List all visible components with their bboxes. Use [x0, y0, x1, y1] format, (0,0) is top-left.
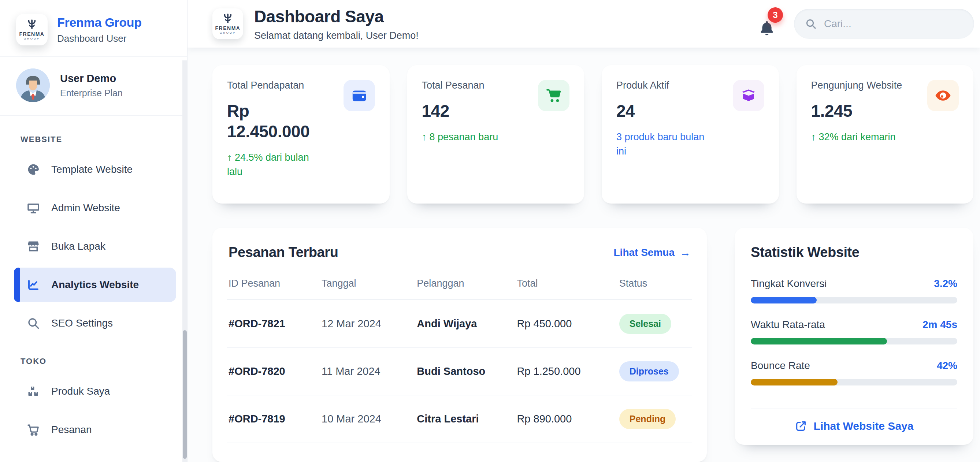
sidebar-item-analytics-website[interactable]: Analytics Website — [14, 268, 176, 302]
progress-track — [751, 338, 957, 345]
order-row[interactable]: #ORD-7820 11 Mar 2024 Budi Santoso Rp 1.… — [227, 348, 692, 395]
chart-line-icon — [26, 278, 40, 292]
status-badge: Pending — [619, 409, 676, 429]
column-header-customer[interactable]: Pelanggan — [415, 273, 515, 300]
search-icon — [805, 18, 817, 30]
order-id-cell: #ORD-7820 — [227, 348, 320, 395]
view-website-link[interactable]: Lihat Website Saya — [795, 420, 914, 432]
column-header-status[interactable]: Status — [618, 273, 692, 300]
logo-submark: GROUP — [24, 37, 40, 41]
sidebar-item-seo-settings[interactable]: SEO Settings — [14, 306, 176, 340]
sidebar-item-admin-website[interactable]: Admin Website — [14, 191, 176, 225]
stat-card-produk: Produk Aktif 24 3 produk baru bulan ini — [602, 65, 779, 203]
nav-section-toko: TOKO — [21, 357, 176, 366]
notifications-button[interactable]: 3 — [757, 10, 778, 38]
frenma-logo-small: FRENMA GROUP — [212, 8, 243, 39]
sidebar-item-template-website[interactable]: Template Website — [14, 152, 176, 187]
sidebar-item-label: Admin Website — [51, 202, 120, 214]
brand-name: Frenma Group — [57, 15, 142, 30]
order-customer-cell: Andi Wijaya — [415, 300, 515, 348]
stat-value: Rp 12.450.000 — [227, 101, 327, 142]
page-subtitle: Selamat datang kembali, User Demo! — [254, 30, 418, 41]
sidebar-nav: WEBSITE Template Website Admin Website — [0, 116, 187, 447]
sidebar-item-buka-lapak[interactable]: Buka Lapak — [14, 229, 176, 264]
order-customer-cell: Budi Santoso — [415, 348, 515, 395]
metric-label: Bounce Rate — [751, 360, 810, 372]
eye-icon — [927, 80, 959, 111]
order-customer-cell: Citra Lestari — [415, 395, 515, 443]
sidebar-item-pesanan[interactable]: Pesanan — [14, 413, 176, 447]
stat-card-pengunjung: Pengunjung Website 1.245 ↑ 32% dari kema… — [797, 65, 974, 203]
orders-table: ID Pesanan Tanggal Pelanggan Total Statu… — [227, 273, 692, 443]
stats-row: Total Pendapatan Rp 12.450.000 ↑ 24.5% d… — [212, 65, 974, 203]
open-box-icon — [733, 80, 764, 111]
website-stats-panel: Statistik Website Tingkat Konversi 3.2% … — [735, 228, 974, 445]
palette-icon — [26, 162, 40, 176]
sidebar-item-label: Pesanan — [51, 424, 92, 436]
trident-icon — [222, 13, 233, 25]
order-total-cell: Rp 450.000 — [515, 300, 617, 348]
sidebar-scrollbar-thumb[interactable] — [183, 330, 187, 459]
column-header-total[interactable]: Total — [515, 273, 617, 300]
stat-card-pendapatan: Total Pendapatan Rp 12.450.000 ↑ 24.5% d… — [212, 65, 390, 203]
order-date-cell: 10 Mar 2024 — [320, 395, 415, 443]
arrow-right-icon: → — [680, 246, 691, 259]
column-header-id[interactable]: ID Pesanan — [227, 273, 320, 300]
view-all-link[interactable]: Lihat Semua → — [614, 246, 691, 259]
stat-change: ↑ 24.5% dari bulan lalu — [227, 151, 327, 179]
sidebar-item-label: SEO Settings — [51, 318, 113, 329]
notification-badge: 3 — [768, 7, 783, 23]
stat-change: 3 produk baru bulan ini — [616, 130, 716, 159]
metric-value: 42% — [937, 360, 957, 372]
magnifier-icon — [26, 316, 40, 330]
stat-label: Total Pendapatan — [227, 80, 327, 91]
search-input[interactable] — [824, 18, 963, 30]
monitor-icon — [26, 201, 40, 215]
view-website-label: Lihat Website Saya — [814, 420, 914, 432]
sidebar-item-label: Buka Lapak — [51, 241, 105, 252]
column-header-date[interactable]: Tanggal — [320, 273, 415, 300]
page-title: Dashboard Saya — [254, 6, 418, 26]
progress-fill — [751, 379, 838, 386]
user-plan: Enterprise Plan — [60, 88, 123, 98]
order-date-cell: 11 Mar 2024 — [320, 348, 415, 395]
stat-label: Pengunjung Website — [811, 80, 911, 91]
user-name: User Demo — [60, 73, 123, 84]
storefront-icon — [26, 240, 40, 253]
order-total-cell: Rp 1.250.000 — [515, 348, 617, 395]
stat-change: ↑ 8 pesanan baru — [422, 130, 522, 144]
user-profile[interactable]: User Demo Enterprise Plan — [0, 57, 187, 116]
cart-icon — [538, 80, 570, 111]
progress-fill — [751, 297, 817, 303]
logo-wordmark: FRENMA — [215, 25, 240, 31]
order-id-cell: #ORD-7819 — [227, 395, 320, 443]
progress-track — [751, 379, 957, 386]
metric-label: Tingkat Konversi — [751, 278, 827, 290]
metric-konversi: Tingkat Konversi 3.2% — [751, 278, 957, 303]
main-area: FRENMA GROUP Dashboard Saya Selamat data… — [188, 0, 980, 462]
external-link-icon — [795, 420, 807, 432]
metric-value: 2m 45s — [923, 319, 957, 330]
progress-fill — [751, 338, 887, 345]
order-row[interactable]: #ORD-7821 12 Mar 2024 Andi Wijaya Rp 450… — [227, 300, 692, 348]
wallet-icon — [344, 80, 375, 111]
stat-value: 142 — [422, 101, 522, 121]
metric-bounce: Bounce Rate 42% — [751, 360, 957, 386]
sidebar-item-label: Analytics Website — [51, 279, 139, 291]
brand-header: FRENMA GROUP Frenma Group Dashboard User — [0, 0, 187, 57]
sidebar-scrollbar-track[interactable] — [182, 60, 187, 462]
sidebar-item-produk-saya[interactable]: Produk Saya — [14, 374, 176, 408]
trident-icon — [26, 19, 37, 31]
avatar — [16, 68, 50, 102]
order-total-cell: Rp 890.000 — [515, 395, 617, 443]
stat-label: Total Pesanan — [422, 80, 522, 91]
status-badge: Diproses — [619, 361, 679, 381]
dashboard-content: Total Pendapatan Rp 12.450.000 ↑ 24.5% d… — [188, 48, 980, 462]
stat-change: ↑ 32% dari kemarin — [811, 130, 911, 144]
metric-waktu: Waktu Rata-rata 2m 45s — [751, 319, 957, 345]
website-stats-title: Statistik Website — [751, 244, 957, 260]
orders-header-row: ID Pesanan Tanggal Pelanggan Total Statu… — [227, 273, 692, 300]
metric-value: 3.2% — [934, 278, 957, 290]
order-row[interactable]: #ORD-7819 10 Mar 2024 Citra Lestari Rp 8… — [227, 395, 692, 443]
search-bar[interactable] — [794, 9, 974, 39]
